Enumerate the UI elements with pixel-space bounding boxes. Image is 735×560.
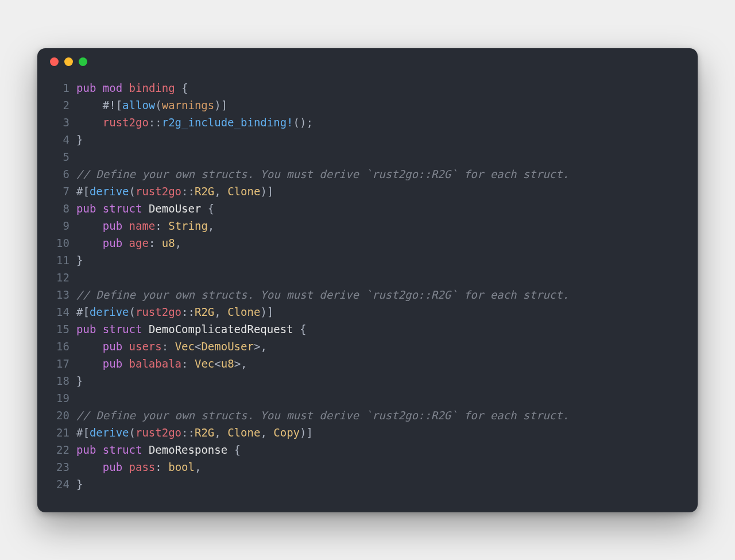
code-line[interactable]: 20// Define your own structs. You must d… [50,407,685,424]
line-source[interactable]: } [76,131,83,148]
token: R2G [195,185,214,198]
token: Copy [273,426,300,439]
line-source[interactable]: } [76,252,83,269]
token: )] [214,99,227,111]
code-line[interactable]: 22pub struct DemoResponse { [50,441,685,458]
line-source[interactable]: pub age: u8, [76,234,181,252]
token [76,357,103,370]
code-line[interactable]: 12 [50,269,685,286]
line-number: 24 [50,476,69,493]
line-source[interactable]: #[derive(rust2go::R2G, Clone)] [76,183,273,200]
line-number: 9 [50,217,69,234]
token: DemoComplicatedRequest [149,323,293,335]
code-line[interactable]: 10 pub age: u8, [50,234,685,252]
token [76,237,103,249]
code-line[interactable]: 2 #![allow(warnings)] [50,96,685,114]
line-source[interactable]: pub balabala: Vec<u8>, [76,355,247,372]
token: // Define your own structs. You must der… [76,409,569,422]
token [122,340,129,353]
line-number: 4 [50,131,69,148]
code-line[interactable]: 9 pub name: String, [50,217,685,234]
line-source[interactable]: } [76,476,83,493]
code-line[interactable]: 3 rust2go::r2g_include_binding!(); [50,114,685,131]
token [122,461,129,473]
line-number: 18 [50,372,69,389]
line-number: 12 [50,269,69,286]
code-line[interactable]: 18} [50,372,685,389]
token: rust2go [136,426,181,439]
code-line[interactable]: 7#[derive(rust2go::R2G, Clone)] [50,183,685,200]
token: ( [155,99,161,111]
line-source[interactable]: pub pass: bool, [76,458,201,476]
code-line[interactable]: 8pub struct DemoUser { [50,200,685,217]
code-line[interactable]: 13// Define your own structs. You must d… [50,286,685,303]
line-source[interactable]: pub struct DemoUser { [76,200,214,217]
token: >, [254,340,267,353]
token: age [129,237,149,249]
line-source[interactable]: pub users: Vec<DemoUser>, [76,338,267,355]
token [96,82,102,94]
code-line[interactable]: 23 pub pass: bool, [50,458,685,476]
line-source[interactable]: // Define your own structs. You must der… [76,286,569,303]
token [76,340,103,353]
line-source[interactable]: pub mod binding { [76,79,188,96]
code-block[interactable]: 1pub mod binding {2 #![allow(warnings)]3… [37,76,698,496]
line-source[interactable]: pub struct DemoComplicatedRequest { [76,320,306,338]
minimize-icon[interactable] [64,57,73,66]
token: :: [181,306,195,318]
line-source[interactable]: rust2go::r2g_include_binding!(); [76,114,313,131]
token: pub [103,461,122,473]
stage: 1pub mod binding {2 #![allow(warnings)]3… [0,0,735,560]
code-line[interactable]: 19 [50,389,685,407]
line-source[interactable]: } [76,372,83,389]
token: : [155,219,168,232]
token: pub [76,82,96,94]
line-number: 21 [50,424,69,441]
token: warnings [162,99,215,111]
line-number: 13 [50,286,69,303]
token: String [168,219,208,232]
token: DemoUser [201,340,254,353]
line-source[interactable]: pub struct DemoResponse { [76,441,241,458]
line-source[interactable]: // Define your own structs. You must der… [76,165,569,183]
token: ( [129,306,136,318]
code-line[interactable]: 5 [50,148,685,165]
token: { [227,443,241,456]
token: :: [181,426,195,439]
code-line[interactable]: 17 pub balabala: Vec<u8>, [50,355,685,372]
token: pass [129,461,156,473]
titlebar [37,48,698,76]
token: u8 [221,357,234,370]
line-source[interactable]: #[derive(rust2go::R2G, Clone, Copy)] [76,424,313,441]
line-number: 5 [50,148,69,165]
line-number: 15 [50,320,69,338]
line-number: 20 [50,407,69,424]
token: :: [181,185,195,198]
line-source[interactable]: #![allow(warnings)] [76,96,227,114]
token [142,443,148,456]
line-number: 23 [50,458,69,476]
zoom-icon[interactable] [79,57,87,66]
token: Clone [227,306,260,318]
close-icon[interactable] [50,57,59,66]
token: { [201,202,214,215]
code-line[interactable]: 21#[derive(rust2go::R2G, Clone, Copy)] [50,424,685,441]
line-source[interactable]: #[derive(rust2go::R2G, Clone)] [76,303,273,320]
line-source[interactable]: // Define your own structs. You must der… [76,407,569,424]
code-line[interactable]: 16 pub users: Vec<DemoUser>, [50,338,685,355]
token: struct [103,202,142,215]
code-line[interactable]: 15pub struct DemoComplicatedRequest { [50,320,685,338]
code-line[interactable]: 14#[derive(rust2go::R2G, Clone)] [50,303,685,320]
code-line[interactable]: 11} [50,252,685,269]
line-source[interactable]: pub name: String, [76,217,214,234]
code-line[interactable]: 24} [50,476,685,493]
token: ( [129,426,136,439]
token: )] [300,426,313,439]
token: } [76,374,83,387]
code-line[interactable]: 6// Define your own structs. You must de… [50,165,685,183]
line-number: 6 [50,165,69,183]
token [76,116,103,129]
code-line[interactable]: 1pub mod binding { [50,79,685,96]
code-line[interactable]: 4} [50,131,685,148]
token: )] [260,306,273,318]
